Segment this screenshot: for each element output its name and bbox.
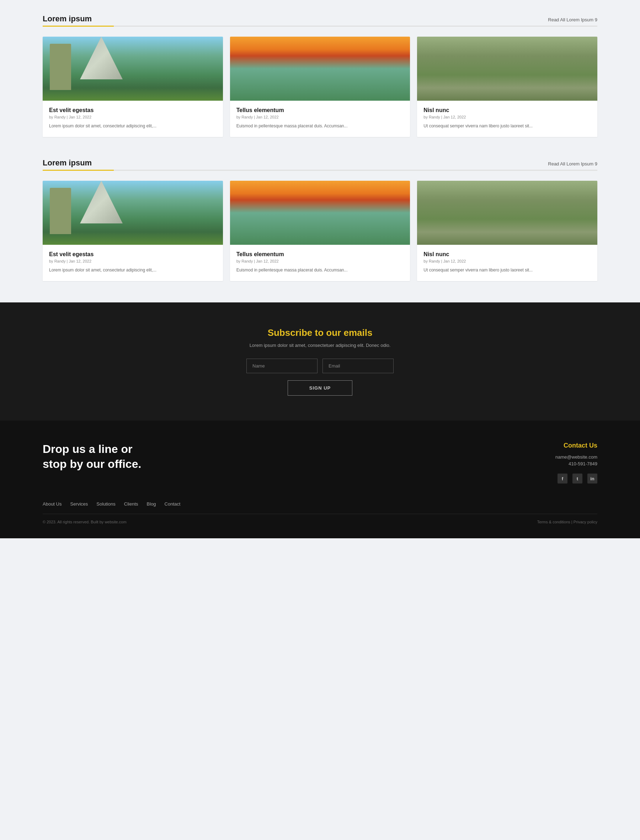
card-3-image xyxy=(417,37,597,101)
section-gap xyxy=(43,137,597,147)
card-4-title: Est velit egestas xyxy=(49,251,216,258)
name-input[interactable] xyxy=(246,359,317,373)
card-5-meta: by Randy | Jan 12, 2022 xyxy=(237,259,404,263)
footer-tagline: Drop us a line or stop by our office. xyxy=(43,442,157,471)
terms-link[interactable]: Terms & conditions xyxy=(537,520,570,524)
section-2-header: Lorem ipsum Read All Lorem Ipsum 9 xyxy=(43,158,597,168)
facebook-icon[interactable]: f xyxy=(557,473,568,484)
footer-nav: About Us Services Solutions Clients Blog… xyxy=(43,501,597,507)
footer-grid: Drop us a line or stop by our office. Co… xyxy=(43,442,597,484)
card-5-title: Tellus elementum xyxy=(237,251,404,258)
section-1: Lorem ipsum Read All Lorem Ipsum 9 Est v… xyxy=(43,14,597,137)
footer-nav-contact[interactable]: Contact xyxy=(165,501,181,507)
card-6-excerpt: Ut consequat semper viverra nam libero j… xyxy=(424,267,591,273)
card-6-image xyxy=(417,181,597,245)
card-5-body: Tellus elementum by Randy | Jan 12, 2022… xyxy=(230,245,410,281)
section-2-read-all[interactable]: Read All Lorem Ipsum 9 xyxy=(548,161,597,167)
card-6[interactable]: Nisl nunc by Randy | Jan 12, 2022 Ut con… xyxy=(417,181,597,281)
footer-contact-column: Contact Us name@website.com 410-591-7849… xyxy=(555,442,597,484)
content-area: Lorem ipsum Read All Lorem Ipsum 9 Est v… xyxy=(0,0,640,302)
section-1-header: Lorem ipsum Read All Lorem Ipsum 9 xyxy=(43,14,597,24)
card-3-meta: by Randy | Jan 12, 2022 xyxy=(424,115,591,119)
card-1-image xyxy=(43,37,223,101)
section-1-read-all[interactable]: Read All Lorem Ipsum 9 xyxy=(548,17,597,22)
subscribe-section: Subscribe to our emails Lorem ipsum dolo… xyxy=(0,302,640,420)
footer-nav-clients[interactable]: Clients xyxy=(124,501,138,507)
footer-nav-services[interactable]: Services xyxy=(70,501,88,507)
section-1-cards-grid: Est velit egestas by Randy | Jan 12, 202… xyxy=(43,37,597,137)
card-2-excerpt: Euismod in pellentesque massa placerat d… xyxy=(237,123,404,129)
privacy-link[interactable]: Privacy policy xyxy=(573,520,597,524)
footer-nav-about[interactable]: About Us xyxy=(43,501,61,507)
card-6-body: Nisl nunc by Randy | Jan 12, 2022 Ut con… xyxy=(417,245,597,281)
card-1-meta: by Randy | Jan 12, 2022 xyxy=(49,115,216,119)
card-5-image xyxy=(230,181,410,245)
footer-contact-email: name@website.com xyxy=(555,454,597,460)
card-2[interactable]: Tellus elementum by Randy | Jan 12, 2022… xyxy=(230,37,410,137)
footer-contact-phone: 410-591-7849 xyxy=(555,461,597,466)
section-2-title: Lorem ipsum xyxy=(43,158,92,168)
footer-bottom: Drop us a line or stop by our office. Co… xyxy=(0,420,640,538)
section-2-divider xyxy=(43,170,597,171)
card-5[interactable]: Tellus elementum by Randy | Jan 12, 2022… xyxy=(230,181,410,281)
card-4-image xyxy=(43,181,223,245)
card-3[interactable]: Nisl nunc by Randy | Jan 12, 2022 Ut con… xyxy=(417,37,597,137)
card-4-meta: by Randy | Jan 12, 2022 xyxy=(49,259,216,263)
card-2-title: Tellus elementum xyxy=(237,107,404,114)
card-1-body: Est velit egestas by Randy | Jan 12, 202… xyxy=(43,101,223,137)
card-2-meta: by Randy | Jan 12, 2022 xyxy=(237,115,404,119)
signup-button[interactable]: SIGN UP xyxy=(288,380,352,396)
linkedin-icon[interactable]: in xyxy=(587,473,597,484)
section-gap-2 xyxy=(43,147,597,158)
card-4-excerpt: Lorem ipsum dolor sit amet, consectetur … xyxy=(49,267,216,273)
card-3-body: Nisl nunc by Randy | Jan 12, 2022 Ut con… xyxy=(417,101,597,137)
section-1-divider xyxy=(43,26,597,27)
social-icons: f t in xyxy=(555,473,597,484)
card-1-title: Est velit egestas xyxy=(49,107,216,114)
section-2: Lorem ipsum Read All Lorem Ipsum 9 Est v… xyxy=(43,158,597,281)
subscribe-title: Subscribe to our emails xyxy=(43,327,597,338)
card-2-body: Tellus elementum by Randy | Jan 12, 2022… xyxy=(230,101,410,137)
card-5-excerpt: Euismod in pellentesque massa placerat d… xyxy=(237,267,404,273)
subscribe-form xyxy=(43,359,597,373)
card-2-image xyxy=(230,37,410,101)
card-4[interactable]: Est velit egestas by Randy | Jan 12, 202… xyxy=(43,181,223,281)
card-3-title: Nisl nunc xyxy=(424,107,591,114)
card-1[interactable]: Est velit egestas by Randy | Jan 12, 202… xyxy=(43,37,223,137)
section-1-title: Lorem ipsum xyxy=(43,14,92,24)
section-2-cards-grid: Est velit egestas by Randy | Jan 12, 202… xyxy=(43,181,597,281)
card-1-excerpt: Lorem ipsum dolor sit amet, consectetur … xyxy=(49,123,216,129)
footer-nav-solutions[interactable]: Solutions xyxy=(96,501,115,507)
footer-copyright: © 2023. All rights reserved. Built by we… xyxy=(43,520,126,524)
footer-nav-blog[interactable]: Blog xyxy=(147,501,156,507)
card-6-meta: by Randy | Jan 12, 2022 xyxy=(424,259,591,263)
email-input[interactable] xyxy=(323,359,394,373)
footer-contact-title: Contact Us xyxy=(555,442,597,449)
card-3-excerpt: Ut consequat semper viverra nam libero j… xyxy=(424,123,591,129)
card-6-title: Nisl nunc xyxy=(424,251,591,258)
footer-legal: © 2023. All rights reserved. Built by we… xyxy=(43,514,597,524)
footer-legal-links[interactable]: Terms & conditions | Privacy policy xyxy=(537,520,597,524)
subscribe-description: Lorem ipsum dolor sit amet, consectetuer… xyxy=(43,343,597,348)
card-4-body: Est velit egestas by Randy | Jan 12, 202… xyxy=(43,245,223,281)
twitter-icon[interactable]: t xyxy=(573,473,582,484)
